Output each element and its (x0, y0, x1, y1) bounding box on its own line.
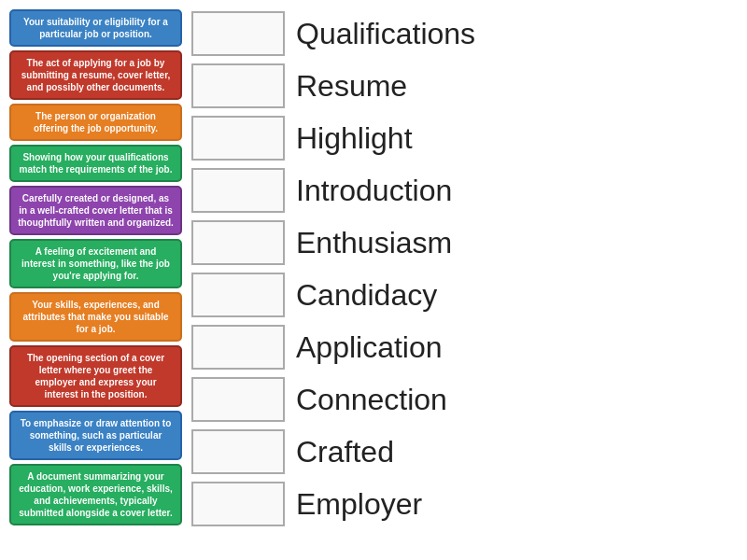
word-label-3: Introduction (296, 174, 452, 208)
definition-card-7[interactable]: The opening section of a cover letter wh… (9, 345, 182, 407)
definition-card-2[interactable]: The person or organization offering the … (9, 104, 182, 141)
word-label-8: Crafted (296, 435, 394, 469)
definition-card-5[interactable]: A feeling of excitement and interest in … (9, 239, 182, 288)
answer-box-9[interactable] (191, 482, 285, 526)
answer-box-0[interactable] (191, 11, 285, 56)
answer-row-7: Connection (191, 375, 738, 424)
definition-card-0[interactable]: Your suitability or eligibility for a pa… (9, 9, 182, 47)
definition-card-9[interactable]: A document summarizing your education, w… (9, 464, 182, 525)
word-label-4: Enthusiasm (296, 226, 452, 260)
answer-row-3: Introduction (191, 166, 738, 215)
answer-row-4: Enthusiasm (191, 218, 738, 267)
definitions-column: Your suitability or eligibility for a pa… (9, 9, 182, 551)
word-label-9: Employer (296, 487, 422, 522)
definition-card-8[interactable]: To emphasize or draw attention to someth… (9, 411, 182, 460)
answer-row-8: Crafted (191, 427, 738, 476)
answer-box-4[interactable] (191, 220, 285, 265)
definition-card-4[interactable]: Carefully created or designed, as in a w… (9, 186, 182, 235)
word-label-2: Highlight (296, 121, 413, 156)
word-label-5: Candidacy (296, 278, 437, 313)
word-label-7: Connection (296, 383, 447, 417)
answers-column: QualificationsResumeHighlightIntroductio… (191, 9, 738, 551)
answer-box-1[interactable] (191, 63, 285, 108)
word-label-0: Qualifications (296, 17, 475, 51)
answer-box-8[interactable] (191, 429, 285, 474)
answer-row-5: Candidacy (191, 271, 738, 319)
answer-box-5[interactable] (191, 273, 285, 317)
answer-row-1: Resume (191, 62, 738, 110)
answer-box-7[interactable] (191, 377, 285, 422)
answer-row-2: Highlight (191, 114, 738, 162)
definition-card-6[interactable]: Your skills, experiences, and attributes… (9, 292, 182, 342)
word-label-1: Resume (296, 69, 407, 104)
definition-card-1[interactable]: The act of applying for a job by submitt… (9, 50, 182, 100)
answer-row-6: Application (191, 323, 738, 371)
answer-row-0: Qualifications (191, 9, 738, 58)
word-label-6: Application (296, 330, 443, 365)
definition-card-3[interactable]: Showing how your qualifications match th… (9, 145, 182, 182)
answer-box-6[interactable] (191, 325, 285, 370)
answer-box-3[interactable] (191, 168, 285, 213)
answer-box-2[interactable] (191, 116, 285, 161)
answer-row-9: Employer (191, 480, 738, 528)
